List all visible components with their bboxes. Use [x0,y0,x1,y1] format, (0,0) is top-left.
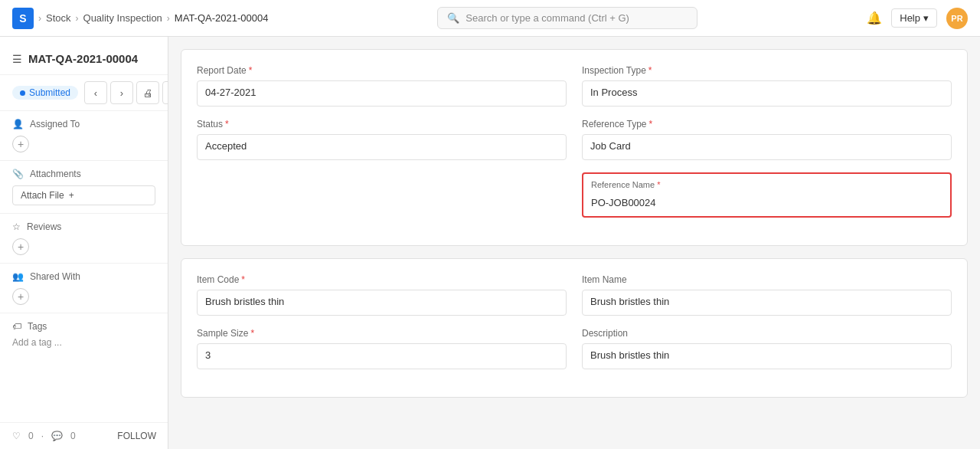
status-group: Status * Accepted [197,119,567,160]
shared-icon: 👥 [12,271,24,282]
breadcrumb-quality-inspection[interactable]: Quality Inspection [83,12,162,24]
inspection-type-value[interactable]: In Process [582,80,952,107]
item-name-group: Item Name Brush bristles thin [582,274,952,316]
attachments-title: 📎 Attachments [12,169,155,179]
required-star: * [649,119,653,129]
sep1: › [38,13,41,24]
required-star: * [249,65,253,76]
row-2: Status * Accepted Reference Type * Job C… [197,119,952,160]
dot-sep: · [41,431,44,441]
attachments-label: Attachments [30,169,81,179]
reference-type-value[interactable]: Job Card [582,134,952,160]
paperclip-icon: 📎 [12,169,24,179]
add-shared-button[interactable]: + [12,288,29,305]
required-star: * [657,180,660,189]
tags-title: 🏷 Tags [12,321,155,332]
item-name-label: Item Name [582,274,952,285]
reference-type-group: Reference Type * Job Card [582,119,952,160]
help-button[interactable]: Help ▾ [891,8,937,28]
add-tag-link[interactable]: Add a tag ... [12,337,62,348]
search-icon: 🔍 [447,12,459,24]
sample-size-group: Sample Size * 3 [197,328,567,369]
tags-label: Tags [28,321,47,332]
status-field-value[interactable]: Accepted [197,134,567,160]
form-card-2: Item Code * Brush bristles thin Item Nam… [181,258,968,398]
breadcrumb-stock[interactable]: Stock [46,12,71,24]
next-button[interactable]: › [110,81,133,104]
shared-with-label: Shared With [30,271,80,282]
attach-file-label: Attach File [21,190,64,201]
sidebar-footer: ♡ 0 · 💬 0 FOLLOW [0,422,168,449]
report-date-group: Report Date * 04-27-2021 [197,65,567,107]
status-label: Submitted [29,87,70,98]
row-1: Report Date * 04-27-2021 Inspection Type… [197,65,952,107]
reference-name-box[interactable]: Reference Name * PO-JOB00024 [582,172,952,218]
search-area: 🔍 Search or type a command (Ctrl + G) [268,7,867,29]
add-review-button[interactable]: + [12,238,29,255]
tag-icon: 🏷 [12,321,21,332]
attach-plus-icon: + [69,190,74,201]
print-button[interactable]: 🖨 [136,81,159,104]
reference-name-label: Reference Name * [591,180,942,189]
required-star: * [250,328,254,339]
shared-with-section: 👥 Shared With + [0,264,168,313]
more-options-button[interactable]: ··· [162,81,168,104]
navbar-right: 🔔 Help ▾ PR [867,8,968,29]
description-label: Description [582,328,952,339]
help-chevron-icon: ▾ [923,12,929,24]
report-date-label: Report Date * [197,65,567,76]
add-assigned-button[interactable]: + [12,136,29,152]
search-box[interactable]: 🔍 Search or type a command (Ctrl + G) [437,7,697,29]
reviews-section: ☆ Reviews + [0,214,168,264]
notification-bell-icon[interactable]: 🔔 [867,11,882,25]
item-code-value[interactable]: Brush bristles thin [197,290,567,316]
row-5: Sample Size * 3 Description Brush bristl… [197,328,952,369]
description-value[interactable]: Brush bristles thin [582,343,952,369]
navbar: S › Stock › Quality Inspection › MAT-QA-… [0,0,980,37]
assigned-to-title: 👤 Assigned To [12,119,155,129]
doc-header: ☰ MAT-QA-2021-00004 [0,46,168,75]
reference-name-group: Reference Name * PO-JOB00024 [582,172,952,218]
person-icon: 👤 [12,119,24,129]
assigned-to-label: Assigned To [30,119,80,129]
prev-button[interactable]: ‹ [84,81,107,104]
sample-size-label: Sample Size * [197,328,567,339]
main-content: Report Date * 04-27-2021 Inspection Type… [168,37,980,449]
status-field-label: Status * [197,119,567,129]
report-date-value[interactable]: 04-27-2021 [197,80,567,107]
search-placeholder: Search or type a command (Ctrl + G) [466,12,629,24]
breadcrumb-area: S › Stock › Quality Inspection › MAT-QA-… [12,8,268,29]
row-4: Item Code * Brush bristles thin Item Nam… [197,274,952,316]
inspection-type-group: Inspection Type * In Process [582,65,952,107]
main-layout: ☰ MAT-QA-2021-00004 Submitted ‹ › 🖨 ··· … [0,37,980,449]
hamburger-icon[interactable]: ☰ [12,53,22,65]
tags-section: 🏷 Tags Add a tag ... [0,313,168,356]
attach-file-button[interactable]: Attach File + [12,185,155,205]
form-card-1: Report Date * 04-27-2021 Inspection Type… [181,49,968,246]
reference-type-label: Reference Type * [582,119,952,129]
sample-size-value[interactable]: 3 [197,343,567,369]
status-dot [20,90,25,96]
heart-icon[interactable]: ♡ [12,431,21,441]
follow-button[interactable]: FOLLOW [117,431,156,441]
app-icon[interactable]: S [12,8,34,29]
item-code-group: Item Code * Brush bristles thin [197,274,567,316]
required-star: * [648,65,652,76]
comment-icon[interactable]: 💬 [51,431,63,441]
sidebar: ☰ MAT-QA-2021-00004 Submitted ‹ › 🖨 ··· … [0,37,168,449]
inspection-type-label: Inspection Type * [582,65,952,76]
attachments-section: 📎 Attachments Attach File + [0,161,168,214]
help-label: Help [900,12,920,24]
shared-with-title: 👥 Shared With [12,271,155,282]
reviews-title: ☆ Reviews [12,221,155,232]
sep3: › [167,13,170,24]
item-code-label: Item Code * [197,274,567,285]
sep2: › [76,13,79,24]
item-name-value[interactable]: Brush bristles thin [582,290,952,316]
avatar[interactable]: PR [946,8,968,29]
assigned-to-section: 👤 Assigned To + [0,111,168,161]
description-group: Description Brush bristles thin [582,328,952,369]
reviews-label: Reviews [27,221,61,232]
comments-count: 0 [70,431,76,441]
doc-title: MAT-QA-2021-00004 [28,52,138,65]
